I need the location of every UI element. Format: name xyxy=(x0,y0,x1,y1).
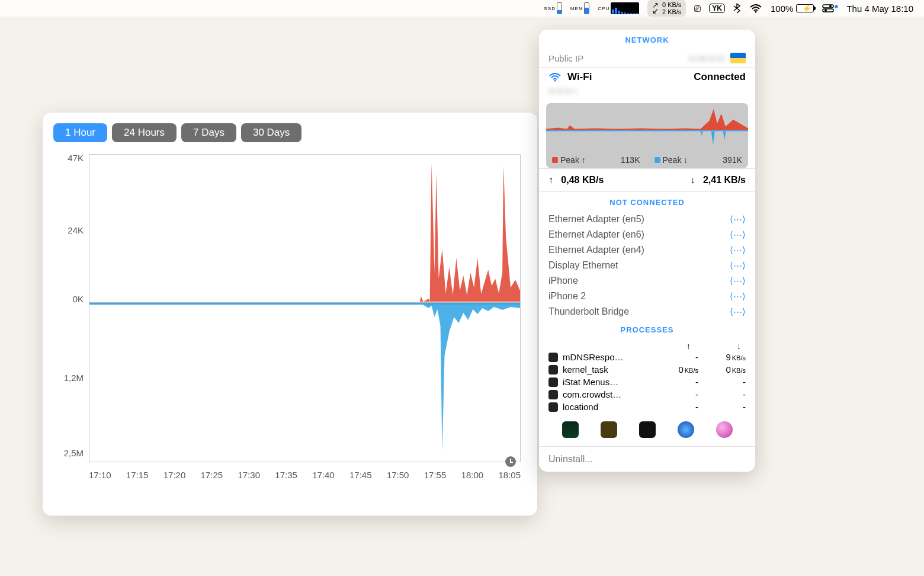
istat-icon[interactable] xyxy=(716,421,733,438)
ethernet-icon: ⟨⋯⟩ xyxy=(730,276,746,286)
interface-row[interactable]: Ethernet Adapter (en4)⟨⋯⟩ xyxy=(539,242,755,258)
cpu-gauge[interactable]: C P U xyxy=(598,2,639,14)
ethernet-icon: ⟨⋯⟩ xyxy=(730,260,746,271)
rate-down: 2,41 KB/s xyxy=(703,175,746,185)
wifi-row[interactable]: Wi-Fi Connected xyxy=(539,68,755,87)
ethernet-icon: ⟨⋯⟩ xyxy=(730,229,746,240)
tab-1-hour[interactable]: 1 Hour xyxy=(53,123,107,142)
ethernet-icon: ⟨⋯⟩ xyxy=(730,214,746,225)
current-rate-row: ↑ 0,48 KB/s ↓ 2,41 KB/s xyxy=(539,168,755,192)
airplay-icon[interactable]: ⎚ xyxy=(694,2,701,15)
network-menubar-widget[interactable]: ↗↙ 0 KB/s 2 KB/s xyxy=(647,0,686,17)
country-flag-icon xyxy=(730,53,746,63)
public-ip-row[interactable]: Public IP •• ••• •• •• xyxy=(539,49,755,67)
terminal-icon[interactable] xyxy=(639,421,656,438)
battery-status[interactable]: 100% ⚡ xyxy=(771,4,814,14)
menubar-net-up: 0 KB/s xyxy=(662,1,681,8)
menubar: S S D M E M C P U ↗↙ 0 KB/s 2 KB/s ⎚ YK … xyxy=(0,0,924,17)
console-icon[interactable] xyxy=(601,421,617,438)
control-center-icon[interactable]: • xyxy=(822,4,838,12)
process-icon xyxy=(548,390,558,399)
svg-point-2 xyxy=(829,5,832,8)
ssd-gauge[interactable]: S S D xyxy=(544,2,562,14)
throughput-chart xyxy=(89,154,521,462)
process-icon xyxy=(548,402,558,412)
interface-row[interactable]: Display Ethernet⟨⋯⟩ xyxy=(539,258,755,273)
svg-point-4 xyxy=(824,9,827,12)
process-row[interactable]: mDNSRespo…-9KB/s xyxy=(539,351,755,363)
rate-up: 0,48 KB/s xyxy=(561,175,604,185)
process-icon xyxy=(548,365,558,375)
network-title: NETWORK xyxy=(539,30,755,49)
svg-rect-1 xyxy=(823,5,833,8)
svg-point-0 xyxy=(755,11,757,13)
y-axis-labels: 47K 24K 0K 1,2M 2,5M xyxy=(53,148,86,462)
bluetooth-icon[interactable] xyxy=(733,3,741,14)
svg-rect-3 xyxy=(823,9,833,12)
process-row[interactable]: com.crowdst…-- xyxy=(539,388,755,401)
process-icon xyxy=(548,353,558,362)
tab-24-hours[interactable]: 24 Hours xyxy=(112,123,177,142)
x-axis-labels: 17:1017:15 17:2017:25 17:3017:35 17:4017… xyxy=(89,470,521,480)
battery-icon: ⚡ xyxy=(796,4,814,12)
svg-point-6 xyxy=(554,80,556,82)
mini-throughput-chart: Peak ↑ 113K Peak ↓ 391K xyxy=(546,103,748,168)
processes-header: ↑↓ xyxy=(539,339,755,351)
tab-30-days[interactable]: 30 Days xyxy=(241,123,301,142)
process-icon xyxy=(548,377,558,387)
not-connected-title: NOT CONNECTED xyxy=(539,192,755,212)
tab-7-days[interactable]: 7 Days xyxy=(181,123,236,142)
menubar-net-down: 2 KB/s xyxy=(662,8,681,15)
wifi-icon xyxy=(548,72,562,82)
uninstall-link[interactable]: Uninstall... xyxy=(539,446,755,472)
app-shortcuts xyxy=(539,413,755,446)
wifi-icon[interactable] xyxy=(749,4,762,13)
mem-gauge[interactable]: M E M xyxy=(570,2,590,14)
network-panel: NETWORK Public IP •• ••• •• •• Wi-Fi Con… xyxy=(539,30,755,472)
interface-row[interactable]: Ethernet Adapter (en5)⟨⋯⟩ xyxy=(539,212,755,227)
processes-title: PROCESSES xyxy=(539,319,755,339)
not-connected-list: Ethernet Adapter (en5)⟨⋯⟩ Ethernet Adapt… xyxy=(539,212,755,319)
ssd-label: S S D xyxy=(544,7,554,11)
interface-row[interactable]: Ethernet Adapter (en6)⟨⋯⟩ xyxy=(539,227,755,242)
process-row[interactable]: iStat Menus…-- xyxy=(539,376,755,388)
process-row[interactable]: locationd-- xyxy=(539,401,755,413)
keyboard-layout[interactable]: YK xyxy=(709,4,725,13)
public-ip-value: •• ••• •• •• xyxy=(689,53,724,63)
ethernet-icon: ⟨⋯⟩ xyxy=(730,291,746,302)
interface-row[interactable]: Thunderbolt Bridge⟨⋯⟩ xyxy=(539,304,755,319)
network-utility-icon[interactable] xyxy=(678,421,694,438)
activity-monitor-icon[interactable] xyxy=(562,421,579,438)
clock-icon[interactable] xyxy=(505,456,516,467)
menubar-datetime[interactable]: Thu 4 May 18:10 xyxy=(846,4,913,14)
ethernet-icon: ⟨⋯⟩ xyxy=(730,306,746,317)
svg-rect-5 xyxy=(89,303,520,305)
process-row[interactable]: kernel_task0KB/s0KB/s xyxy=(539,363,755,376)
interface-row[interactable]: iPhone⟨⋯⟩ xyxy=(539,273,755,289)
wifi-ssid: •• •• •• • xyxy=(548,87,576,96)
time-range-tabs: 1 Hour 24 Hours 7 Days 30 Days xyxy=(53,123,527,142)
processes-list: mDNSRespo…-9KB/skernel_task0KB/s0KB/siSt… xyxy=(539,351,755,413)
interface-row[interactable]: iPhone 2⟨⋯⟩ xyxy=(539,289,755,304)
updown-arrows-icon: ↗↙ xyxy=(652,2,659,14)
svg-rect-7 xyxy=(546,130,748,131)
ethernet-icon: ⟨⋯⟩ xyxy=(730,245,746,255)
chart-window: 1 Hour 24 Hours 7 Days 30 Days 47K 24K 0… xyxy=(43,113,537,516)
